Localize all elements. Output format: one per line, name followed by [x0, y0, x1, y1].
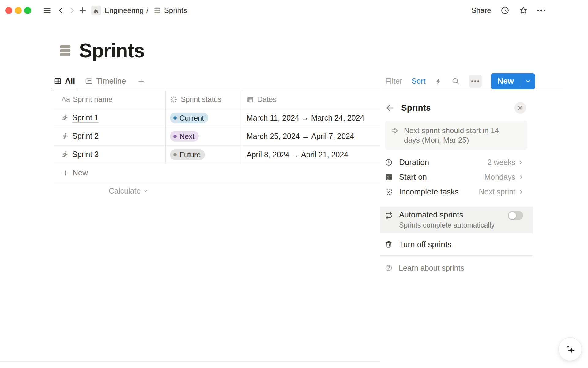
breadcrumb-teamspace[interactable]: Engineering	[104, 6, 144, 15]
status-badge[interactable]: Next	[170, 131, 199, 142]
column-header-sprint-status[interactable]: Sprint status	[165, 90, 242, 109]
breadcrumb-separator: /	[146, 6, 149, 15]
repeat-icon	[385, 211, 393, 220]
clock-icon	[385, 158, 393, 167]
calendar-icon	[385, 173, 393, 181]
status-dot	[173, 135, 177, 138]
learn-about-sprints-link[interactable]: Learn about sprints	[380, 256, 533, 280]
automated-sprints-toggle[interactable]	[508, 211, 523, 220]
add-view-icon[interactable]	[137, 77, 145, 85]
next-sprint-notice: Next sprint should start in 14 days (Mon…	[385, 121, 527, 150]
sprint-status-cell[interactable]: Current	[165, 109, 242, 127]
teamspace-icon[interactable]	[91, 6, 101, 15]
setting-row-incomplete-tasks[interactable]: Incomplete tasks Next sprint	[380, 184, 533, 199]
setting-value: Mondays	[484, 173, 515, 182]
column-header-sprint-name[interactable]: Aa Sprint name	[54, 90, 165, 109]
chevron-down-icon	[143, 188, 149, 194]
setting-row-start-on[interactable]: Start on Mondays	[380, 170, 533, 184]
page-database-icon[interactable]	[58, 44, 72, 58]
status-badge[interactable]: Current	[170, 113, 208, 123]
automations-bolt-icon[interactable]	[435, 78, 442, 85]
sprint-name-cell[interactable]: Sprint 2	[54, 127, 165, 145]
runner-icon	[62, 132, 69, 140]
zoom-window-button[interactable]	[24, 7, 31, 14]
back-arrow-icon[interactable]	[385, 103, 394, 113]
sprint-page-link[interactable]: Sprint 2	[72, 132, 99, 141]
sort-button[interactable]: Sort	[412, 77, 426, 86]
back-icon[interactable]	[57, 6, 65, 14]
automated-sprints-row[interactable]: Automated sprints Sprints complete autom…	[380, 207, 533, 233]
sprint-settings-list: Duration 2 weeks Start on Mondays Incomp…	[380, 155, 533, 199]
sprint-status-cell[interactable]: Next	[165, 127, 242, 145]
sprint-dates-cell[interactable]: March 11, 2024 → March 24, 2024	[242, 109, 380, 127]
tab-all[interactable]: All	[54, 72, 78, 90]
page-title: Sprints	[79, 39, 144, 62]
new-row-button[interactable]: New	[54, 164, 380, 182]
updates-clock-icon[interactable]	[500, 6, 510, 15]
status-label: Next	[179, 132, 194, 141]
turn-off-sprints-label: Turn off sprints	[399, 240, 451, 249]
arrow-right-outline-icon	[390, 127, 399, 145]
panel-header: Sprints	[380, 90, 533, 116]
column-label: Sprint status	[181, 95, 221, 104]
status-dot	[173, 153, 177, 156]
status-label: Current	[179, 114, 204, 122]
table-header-row: Aa Sprint name Sprint status Dates	[54, 90, 380, 109]
sprint-name-cell[interactable]: Sprint 3	[54, 146, 165, 164]
toggle-knob	[509, 212, 516, 219]
automated-sprints-label: Automated sprints	[399, 210, 495, 220]
status-badge[interactable]: Future	[170, 149, 205, 160]
runner-icon	[62, 151, 69, 159]
database-icon	[153, 7, 161, 14]
sidebar-menu-icon[interactable]	[43, 6, 51, 15]
minimize-window-button[interactable]	[15, 7, 22, 14]
breadcrumb-page[interactable]: Sprints	[164, 6, 187, 15]
runner-icon	[62, 114, 69, 122]
learn-about-sprints-label: Learn about sprints	[399, 264, 464, 273]
panel-title: Sprints	[401, 103, 514, 113]
status-spinner-icon	[170, 96, 178, 103]
chevron-right-icon	[518, 174, 524, 180]
window-titlebar: Engineering / Sprints Share	[0, 0, 588, 21]
status-label: Future	[179, 151, 201, 159]
status-dot	[173, 116, 177, 120]
new-button-label[interactable]: New	[491, 73, 521, 89]
setting-value: Next sprint	[479, 187, 515, 196]
table-row: Sprint 3 Future April 8, 2024 → April 21…	[54, 146, 380, 164]
more-options-icon[interactable]	[537, 10, 545, 11]
ai-assistant-button[interactable]	[558, 337, 582, 361]
sprint-page-link[interactable]: Sprint 3	[72, 150, 99, 159]
turn-off-sprints-button[interactable]: Turn off sprints	[380, 233, 533, 255]
setting-value: 2 weeks	[487, 158, 515, 167]
tab-timeline[interactable]: Timeline	[85, 72, 129, 90]
notion-window: Engineering / Sprints Share Sprints	[0, 0, 588, 368]
sprint-page-link[interactable]: Sprint 1	[72, 113, 99, 123]
column-header-dates[interactable]: Dates	[242, 90, 380, 109]
notice-text: Next sprint should start in 14 days (Mon…	[404, 126, 511, 145]
new-button[interactable]: New	[491, 73, 535, 89]
table-row: Sprint 2 Next March 25, 2024 → April 7, …	[54, 127, 380, 146]
close-icon[interactable]	[514, 102, 526, 114]
sprints-table: Aa Sprint name Sprint status Dates Sprin…	[54, 90, 380, 200]
chevron-right-icon	[518, 159, 524, 165]
help-circle-icon	[385, 264, 393, 272]
view-options-icon[interactable]	[469, 75, 482, 88]
calculate-button[interactable]: Calculate	[54, 182, 380, 200]
sprint-name-cell[interactable]: Sprint 1	[54, 109, 165, 127]
setting-row-duration[interactable]: Duration 2 weeks	[380, 155, 533, 170]
close-window-button[interactable]	[5, 7, 12, 14]
sprint-dates-cell[interactable]: March 25, 2024 → April 7, 2024	[242, 127, 380, 145]
filter-button[interactable]: Filter	[385, 77, 402, 86]
search-icon[interactable]	[451, 77, 460, 85]
view-toolbar: Filter Sort New	[385, 73, 564, 89]
sprint-dates-cell[interactable]: April 8, 2024 → April 21, 2024	[242, 146, 380, 164]
setting-label: Duration	[399, 158, 429, 167]
new-page-icon[interactable]	[78, 6, 87, 15]
traffic-lights	[5, 7, 31, 14]
favorite-star-icon[interactable]	[519, 6, 528, 15]
sprint-status-cell[interactable]: Future	[165, 146, 242, 164]
sprints-settings-panel: Sprints Next sprint should start in 14 d…	[380, 90, 533, 368]
new-button-chevron-down-icon[interactable]	[521, 73, 535, 89]
share-button[interactable]: Share	[471, 6, 491, 15]
forward-icon[interactable]	[68, 6, 76, 14]
